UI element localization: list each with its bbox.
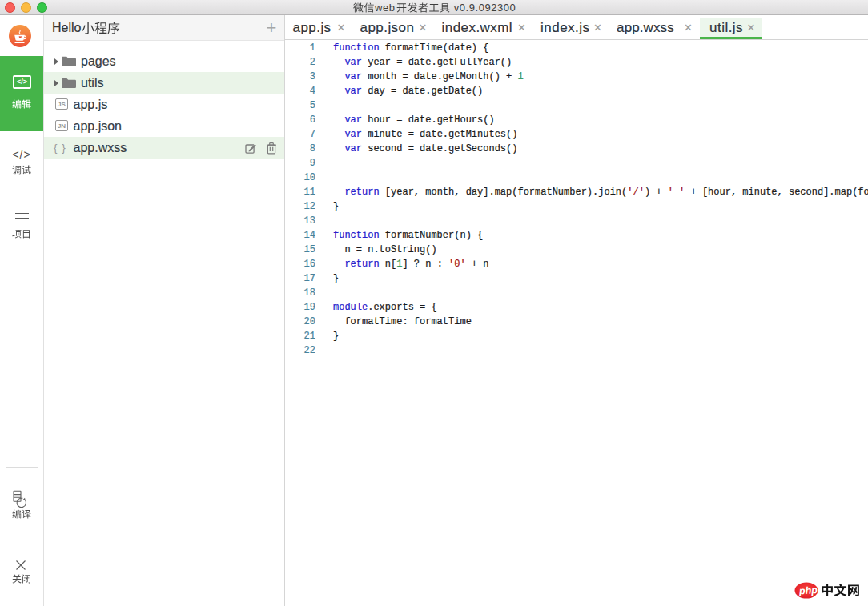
- svg-text:php: php: [798, 584, 818, 597]
